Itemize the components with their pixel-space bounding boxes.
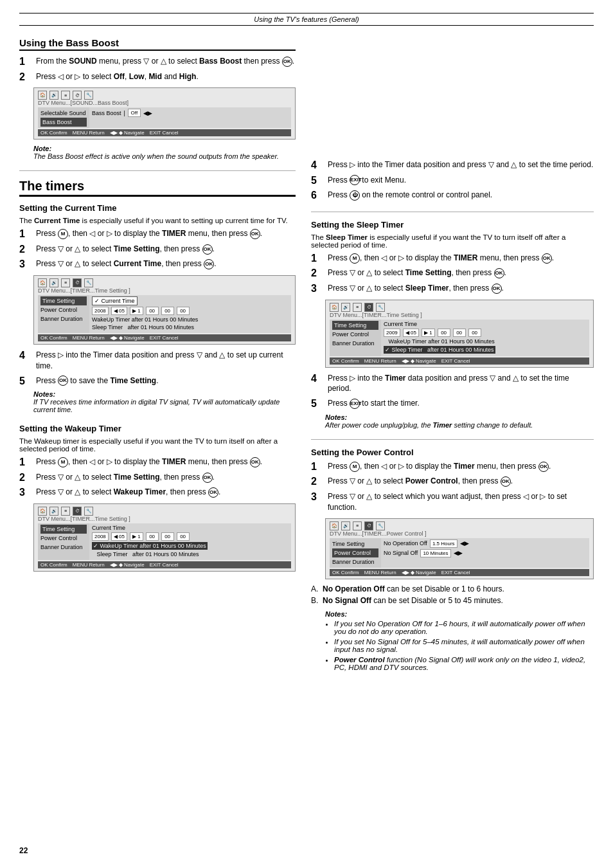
step-item: 3 Press ▽ or △ to select Current Time, t… (19, 258, 296, 270)
screen-icon: 🔊 (341, 521, 350, 530)
note-item: Power Control function (No Signal Off) w… (334, 656, 594, 671)
step-item: 4 Press ▷ into the Timer data position a… (311, 159, 594, 171)
screen-icon: 🏠 (38, 278, 47, 287)
current-time-intro: The Current Time is especially useful if… (19, 217, 296, 224)
step-item: 2 Press ◁ or ▷ to select Off, Low, Mid a… (19, 71, 296, 83)
exit-icon: EXIT (350, 399, 360, 409)
step-item: 5 Press EXIT to exit Menu. (311, 175, 594, 186)
section-divider (311, 439, 594, 440)
wakeup-timer-section: Setting the Wakeup Timer The Wakeup time… (19, 424, 296, 572)
screen-icon: 🏠 (330, 303, 339, 312)
screen-icon: 🔊 (49, 91, 58, 100)
current-time-title: Setting the Current Time (19, 203, 296, 213)
step-item: 1 Press M, then ◁ or ▷ to display the TI… (19, 228, 296, 240)
power-control-point-b: B. No Signal Off can be set Disable or 5… (311, 596, 594, 605)
step-item: 1 From the SOUND menu, press ▽ or △ to s… (19, 56, 296, 68)
step-item: 4 Press ▷ into the Timer data position a… (311, 373, 594, 395)
sleep-timer-steps: 1 Press M, then ◁ or ▷ to display the TI… (311, 253, 594, 294)
ok-icon: OK (204, 259, 214, 269)
power-icon: ⏻ (350, 190, 360, 201)
step-item: 2 Press ▽ or △ to select Time Setting, t… (311, 267, 594, 279)
bass-boost-screen: 🏠 🔊 ≡ ⏱ 🔧 DTV Menu...[SOUND...Bass Boost… (33, 87, 296, 140)
ok-icon: OK (282, 57, 292, 67)
bass-boost-steps: 1 From the SOUND menu, press ▽ or △ to s… (19, 56, 296, 82)
step-item: 4 Press ▷ into the Timer data position a… (19, 350, 296, 372)
current-time-steps: 1 Press M, then ◁ or ▷ to display the TI… (19, 228, 296, 270)
screen-icon: ⏱ (73, 278, 82, 287)
screen-icon: ≡ (61, 91, 70, 100)
menu-icon: M (350, 462, 360, 472)
current-time-screen: 🏠 🔊 ≡ ⏱ 🔧 DTV Menu...[TIMER...Time Setti… (33, 275, 296, 345)
ok-icon: OK (250, 229, 260, 239)
section-divider (19, 170, 296, 171)
screen-icon: 🔧 (84, 91, 93, 100)
power-control-notes: Notes: If you set No Operation Off for 1… (325, 610, 594, 671)
wakeup-steps-right: 4 Press ▷ into the Timer data position a… (311, 159, 594, 201)
step-item: 1 Press M, then ◁ or ▷ to display the TI… (19, 457, 296, 468)
screen-icon: 🔧 (84, 507, 93, 516)
screen-icon: 🔊 (49, 278, 58, 287)
note-item: If you set No Signal Off for 5–45 minute… (334, 638, 594, 653)
screen-icon: ⏱ (364, 303, 373, 312)
ok-icon: OK (492, 284, 502, 294)
step-item: 2 Press ▽ or △ to select Power Control, … (311, 476, 594, 487)
power-control-screen: 🏠 🔊 ≡ ⏱ 🔧 DTV Menu...[TIMER...Power Cont… (325, 518, 594, 579)
screen-icon: 🏠 (330, 521, 339, 530)
ok-icon: OK (208, 487, 218, 498)
screen-icon: 🔧 (376, 521, 385, 530)
step-item: 2 Press ▽ or △ to select Time Setting, t… (19, 244, 296, 255)
sleep-timer-screen: 🏠 🔊 ≡ ⏱ 🔧 DTV Menu...[TIMER...Time Setti… (325, 300, 594, 368)
step-item: 3 Press ▽ or △ to select Wakeup Timer, t… (19, 487, 296, 498)
screen-icon: ≡ (353, 303, 362, 312)
ok-icon: OK (250, 457, 260, 467)
page-number: 22 (19, 846, 28, 855)
ok-icon: OK (542, 253, 552, 264)
sleep-timer-title: Setting the Sleep Timer (311, 220, 594, 230)
current-time-notes: Notes: If TV receives time information i… (33, 390, 296, 413)
page-header: Using the TV's features (General) (19, 13, 594, 26)
ok-icon: OK (538, 462, 549, 472)
menu-icon: M (58, 229, 68, 239)
power-control-title: Setting the Power Control (311, 448, 594, 457)
wakeup-timer-intro: The Wakeup timer is especially useful if… (19, 437, 296, 453)
wakeup-timer-title: Setting the Wakeup Timer (19, 424, 296, 433)
ok-icon: OK (494, 268, 504, 278)
sleep-timer-intro: The Sleep Timer is especially useful if … (311, 233, 594, 249)
screen-icon: 🏠 (38, 507, 47, 516)
screen-icon: ≡ (61, 507, 70, 516)
screen-icon: 🔊 (341, 303, 350, 312)
screen-icon: ⏱ (73, 91, 82, 100)
screen-icon: 🔧 (84, 278, 93, 287)
ok-icon: OK (501, 476, 511, 487)
power-control-point-a: A. No Operation Off can be set Disable o… (311, 584, 594, 593)
wakeup-timer-steps: 1 Press M, then ◁ or ▷ to display the TI… (19, 457, 296, 498)
ok-icon: OK (58, 375, 68, 386)
bass-boost-title: Using the Bass Boost (19, 37, 296, 51)
power-control-steps: 1 Press M, then ◁ or ▷ to display the Ti… (311, 461, 594, 513)
screen-icon: 🔧 (376, 303, 385, 312)
ok-icon: OK (202, 473, 213, 483)
screen-icon: 🏠 (38, 91, 47, 100)
menu-icon: M (58, 457, 68, 467)
current-time-steps-2: 4 Press ▷ into the Timer data position a… (19, 350, 296, 386)
step-item: 3 Press ▽ or △ to select Sleep Timer, th… (311, 283, 594, 294)
screen-icon: ⏱ (73, 507, 82, 516)
screen-icon: ⏱ (364, 521, 373, 530)
screen-icon: ≡ (61, 278, 70, 287)
screen-icon: 🔊 (49, 507, 58, 516)
wakeup-timer-screen: 🏠 🔊 ≡ ⏱ 🔧 DTV Menu...[TIMER...Time Setti… (33, 503, 296, 572)
step-item: 3 Press ▽ or △ to select which you want … (311, 491, 594, 513)
screen-icon: ≡ (353, 521, 362, 530)
note-item: If you set No Operation Off for 1–6 hour… (334, 620, 594, 635)
step-item: 1 Press M, then ◁ or ▷ to display the Ti… (311, 461, 594, 473)
exit-icon: EXIT (350, 175, 360, 185)
step-item: 6 Press ⏻ on the remote control or contr… (311, 190, 594, 201)
timers-title: The timers (19, 179, 296, 197)
step-item: 2 Press ▽ or △ to select Time Setting, t… (19, 472, 296, 484)
current-time-section: Setting the Current Time The Current Tim… (19, 203, 296, 413)
bass-boost-section: Using the Bass Boost 1 From the SOUND me… (19, 37, 296, 160)
step-item: 1 Press M, then ◁ or ▷ to display the TI… (311, 253, 594, 264)
menu-icon: M (350, 253, 360, 264)
section-divider (311, 212, 594, 212)
sleep-timer-notes: Notes: After power code unplug/plug, the… (325, 413, 594, 429)
